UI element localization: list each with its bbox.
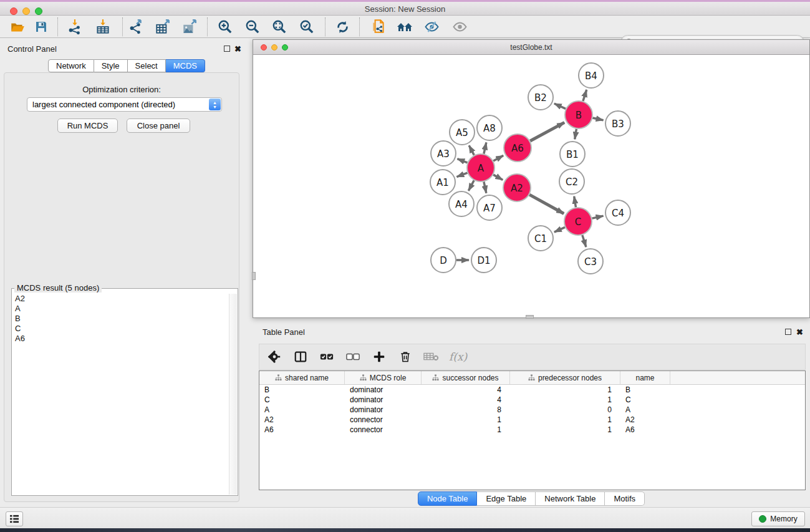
graph-edge-B-B2[interactable] [554,104,566,109]
graph-node-A6[interactable]: A6 [504,134,531,162]
column-header-name[interactable]: name [620,371,670,384]
network-from-selection-icon[interactable] [369,18,388,36]
graph-edge-C-C1[interactable] [554,227,565,232]
table-tab-network-table[interactable]: Network Table [536,491,605,506]
graph-edge-A-A6[interactable] [493,155,503,161]
table-row[interactable]: Bdominator41B [259,385,805,395]
zoom-fit-icon[interactable] [270,18,289,36]
control-panel-close-icon[interactable]: ✖ [234,44,241,54]
graph-node-B3[interactable]: B3 [605,111,630,136]
graph-node-C2[interactable]: C2 [559,169,584,194]
zoom-out-icon[interactable] [243,18,262,36]
graph-node-A7[interactable]: A7 [477,195,502,220]
graph-node-C4[interactable]: C4 [605,200,630,225]
table-tab-motifs[interactable]: Motifs [605,491,645,506]
column-header-successor-nodes[interactable]: successor nodes [422,371,510,384]
graph-node-B2[interactable]: B2 [528,85,553,110]
graph-node-B1[interactable]: B1 [560,142,585,167]
task-history-button[interactable] [6,511,23,526]
graph-node-A5[interactable]: A5 [450,120,475,145]
graph-node-A4[interactable]: A4 [449,191,474,216]
mcds-result-item[interactable]: B [12,314,228,324]
zoom-in-icon[interactable] [216,18,234,36]
graph-edge-A-A7[interactable] [484,181,486,193]
graph-node-C3[interactable]: C3 [578,249,603,274]
graph-edge-A2-C[interactable] [529,195,564,213]
graph-edge-A-A1[interactable] [456,173,467,177]
mcds-result-item[interactable]: A2 [12,294,228,304]
import-table-icon[interactable] [94,18,112,36]
graph-edge-C-C3[interactable] [582,235,586,247]
run-mcds-button[interactable]: Run MCDS [57,118,118,133]
control-panel-float-icon[interactable] [224,46,230,52]
criterion-dropdown[interactable]: largest connected component (directed) ▲… [27,97,222,112]
table-tab-edge-table[interactable]: Edge Table [477,491,536,506]
table-row[interactable]: A6connector11A6 [259,425,805,435]
table-row[interactable]: Cdominator41C [259,395,805,405]
table-settings-icon[interactable] [266,348,283,365]
mcds-result-item[interactable]: A [12,304,228,314]
network-window-titlebar[interactable]: testGlobe.txt [253,40,809,55]
control-tab-select[interactable]: Select [128,59,166,72]
graph-node-A2[interactable]: A2 [503,174,531,201]
graph-node-C[interactable]: C [564,208,592,235]
graph-edge-A-A8[interactable] [484,142,486,153]
hide-eye-icon[interactable] [422,18,441,36]
deselect-all-icon[interactable] [344,348,362,365]
open-session-icon[interactable] [8,18,27,36]
function-builder-icon[interactable]: f(x) [449,351,467,363]
save-session-icon[interactable] [32,18,51,36]
import-network-icon[interactable] [65,18,84,36]
delete-table-icon[interactable] [423,348,440,365]
graph-edge-A-A2[interactable] [493,175,503,180]
control-tab-network[interactable]: Network [48,59,94,72]
network-bottom-grip[interactable] [526,315,534,319]
mcds-result-scrollbar[interactable] [229,294,237,495]
memory-button[interactable]: Memory [751,511,805,526]
graph-node-A1[interactable]: A1 [430,170,455,195]
table-panel-close-icon[interactable]: ✖ [796,327,803,337]
graph-node-B[interactable]: B [565,101,592,128]
show-columns-icon[interactable] [292,348,309,365]
graph-node-B4[interactable]: B4 [579,63,604,88]
network-graph-canvas[interactable]: AA1A2A3A4A5A6A7A8BB1B2B3B4CC1C2C3C4DD1 [253,55,809,317]
mcds-result-list[interactable]: A2ABCA6 [12,294,228,495]
graph-node-D[interactable]: D [431,248,456,273]
export-table-icon[interactable] [153,18,172,36]
graph-edge-A-A4[interactable] [468,180,474,191]
apply-layout-icon[interactable] [333,18,352,36]
show-all-panels-icon[interactable] [395,18,414,36]
table-panel-float-icon[interactable] [785,329,791,335]
graph-edge-A6-B[interactable] [530,122,564,141]
close-panel-button[interactable]: Close panel [127,118,190,133]
mcds-result-item[interactable]: C [12,324,228,334]
network-left-grip[interactable] [252,272,256,280]
graph-node-A8[interactable]: A8 [477,115,502,140]
column-header-MCDS-role[interactable]: MCDS role [345,371,422,384]
control-tab-style[interactable]: Style [94,59,128,72]
delete-entry-icon[interactable] [397,348,414,365]
zoom-selected-icon[interactable] [297,18,316,36]
graph-node-A[interactable]: A [467,154,494,181]
graph-edge-B-B3[interactable] [592,118,603,120]
select-all-icon[interactable] [318,348,335,365]
graph-edge-C-C2[interactable] [574,196,576,208]
graph-edge-B-B1[interactable] [575,129,577,140]
show-eye-icon[interactable] [450,18,469,36]
column-header-shared-name[interactable]: shared name [259,371,345,384]
add-entry-icon[interactable] [370,348,388,365]
graph-edge-B-B4[interactable] [583,90,587,101]
graph-edge-C-C4[interactable] [592,216,603,218]
table-row[interactable]: Adominator80A [259,405,805,415]
table-row[interactable]: A2connector11A2 [259,415,805,425]
graph-node-A3[interactable]: A3 [431,141,456,166]
graph-edge-A-A5[interactable] [469,145,474,155]
export-network-icon[interactable] [127,18,145,36]
mcds-result-item[interactable]: A6 [12,334,228,344]
graph-node-C1[interactable]: C1 [528,226,553,251]
export-image-icon[interactable] [180,18,199,36]
graph-edge-A-A3[interactable] [457,159,467,163]
table-tab-node-table[interactable]: Node Table [418,491,478,506]
node-table[interactable]: shared nameMCDS rolesuccessor nodesprede… [259,370,806,490]
column-header-predecessor-nodes[interactable]: predecessor nodes [510,371,620,384]
